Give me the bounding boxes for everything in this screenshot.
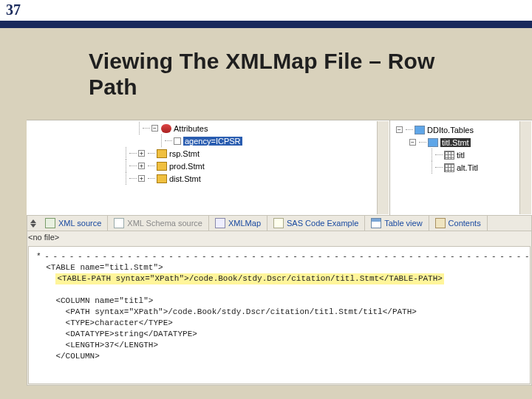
code-line-column-close: </COLUMN>	[36, 351, 527, 362]
agency-attribute-selected: agency=ICPSR	[183, 137, 242, 146]
expand-icon[interactable]: +	[138, 175, 145, 182]
tab-xmlmap-label: XMLMap	[228, 219, 261, 228]
tab-sas-code-example[interactable]: SAS Code Example	[267, 215, 365, 231]
root-label: DDIto.Tables	[427, 126, 474, 134]
element-icon	[157, 162, 167, 171]
title-line2: Path	[89, 75, 137, 99]
title-line1: Viewing The XMLMap File – Row	[89, 49, 435, 73]
code-line-blank	[36, 284, 527, 296]
code-line-tablepath: <TABLE-PATH syntax="XPath">/code.Book/st…	[36, 273, 527, 284]
xmlmap-icon	[215, 218, 225, 228]
xml-source-icon	[45, 218, 55, 228]
right-tree[interactable]: − DDIto.Tables − titl.Stmt titl	[390, 120, 532, 215]
tab-xml-schema-source[interactable]: XML Schema source	[108, 215, 209, 231]
map-root-icon	[415, 126, 425, 134]
tree-node-attributes[interactable]: − Attributes	[27, 122, 389, 134]
code-line-datatype: <DATATYPE>string</DATATYPE>	[36, 329, 527, 340]
code-line-length: <LENGTH>37</LENGTH>	[36, 340, 527, 351]
logo-digit3: 37	[6, 1, 21, 21]
tab-xmlmap[interactable]: XMLMap	[209, 215, 267, 231]
column-icon	[444, 151, 454, 160]
attributes-label: Attributes	[174, 124, 208, 133]
no-file-status: <no file>	[28, 233, 59, 242]
tab-table-view[interactable]: Table view	[365, 215, 429, 231]
prodstmt-label: prod.Stmt	[169, 162, 205, 171]
attribute-marker-icon	[174, 137, 181, 145]
contents-icon	[435, 218, 446, 228]
element-icon	[157, 149, 167, 158]
xmlmap-code-view[interactable]: * - - - - - - - - - - - - - - - - - - - …	[28, 246, 531, 384]
view-tab-bar: XML source XML Schema source XMLMap SAS …	[27, 215, 531, 231]
tree-node-diststmt[interactable]: + dist.Stmt	[27, 172, 389, 185]
tree-node-col-alttitl[interactable]: alt.Titl	[393, 161, 529, 174]
code-line-path: <PATH syntax="XPath">/code.Book/stdy.Dsc…	[36, 307, 527, 318]
tree-node-col-titl[interactable]: titl	[393, 149, 529, 161]
left-tree[interactable]: − Attributes agency=ICPSR + rsp.Stmt	[27, 120, 390, 215]
rspstmt-label: rsp.Stmt	[169, 149, 200, 158]
tree-node-root[interactable]: − DDIto.Tables	[393, 123, 529, 136]
tab-contents-label: Contents	[449, 219, 481, 228]
collapse-icon[interactable]: −	[151, 125, 158, 132]
tree-node-agency[interactable]: agency=ICPSR	[27, 134, 389, 147]
tab-xml-source[interactable]: XML source	[39, 215, 108, 231]
left-tree-vscrollbar[interactable]	[377, 121, 389, 214]
sas-code-icon	[273, 218, 284, 228]
right-tree-vscrollbar[interactable]	[519, 121, 531, 214]
tab-sas-code-label: SAS Code Example	[287, 219, 358, 228]
code-line-type: <TYPE>character</TYPE>	[36, 318, 527, 329]
code-dashes-line: * - - - - - - - - - - - - - - - - - - - …	[36, 251, 527, 262]
table-path-highlight: <TABLE-PATH syntax="XPath">/code.Book/st…	[55, 273, 444, 284]
tab-xml-source-label: XML source	[58, 219, 101, 228]
expand-icon[interactable]: +	[138, 150, 145, 157]
titlstmt-selected: titl.Stmt	[440, 138, 471, 147]
xml-schema-icon	[114, 218, 124, 228]
col-titl-label: titl	[457, 151, 465, 160]
table-icon	[428, 138, 438, 147]
xmlmap-app-window: − Attributes agency=ICPSR + rsp.Stmt	[27, 120, 532, 386]
code-line-column: <COLUMN name="titl">	[36, 296, 527, 307]
expand-icon[interactable]: +	[138, 163, 145, 169]
collapse-icon[interactable]: −	[396, 126, 403, 133]
diststmt-label: dist.Stmt	[169, 174, 201, 183]
slide-title: Viewing The XMLMap File – Row Path	[0, 28, 532, 100]
tab-table-view-label: Table view	[384, 219, 422, 228]
tree-node-prodstmt[interactable]: + prod.Stmt	[27, 160, 389, 172]
tree-node-rspstmt[interactable]: + rsp.Stmt	[27, 147, 389, 160]
element-icon	[157, 174, 167, 183]
logo-37: 37	[6, 1, 47, 21]
col-alttitl-label: alt.Titl	[457, 163, 478, 172]
column-icon	[444, 163, 454, 172]
code-line-table: <TABLE name="titl.Stmt">	[36, 262, 527, 273]
upper-panes: − Attributes agency=ICPSR + rsp.Stmt	[27, 120, 532, 215]
pane-splitter-icon[interactable]	[27, 219, 39, 228]
collapse-icon[interactable]: −	[409, 139, 416, 146]
attributes-icon	[161, 124, 171, 133]
tab-xml-schema-source-label: XML Schema source	[127, 219, 202, 228]
table-view-icon	[371, 218, 381, 228]
tree-node-titlstmt[interactable]: − titl.Stmt	[393, 136, 529, 149]
tab-contents[interactable]: Contents	[429, 215, 488, 231]
slide-topbar: 37	[0, 0, 532, 28]
